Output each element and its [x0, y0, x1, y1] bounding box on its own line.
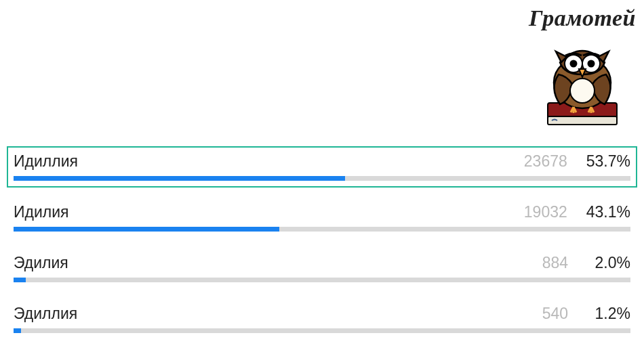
svg-point-7	[588, 60, 595, 68]
option-count: 23678	[520, 152, 567, 172]
svg-point-3	[570, 79, 595, 103]
result-row[interactable]: Идиллия 23678 53.7%	[7, 146, 637, 188]
option-label: Эдилия	[14, 253, 521, 274]
result-row[interactable]: Эдилия 884 2.0%	[7, 248, 637, 289]
svg-rect-1	[548, 116, 617, 125]
result-row[interactable]: Эдиллия 540 1.2%	[7, 299, 637, 340]
option-label: Эдиллия	[14, 304, 521, 324]
option-label: Идиллия	[14, 152, 520, 172]
bar-fill	[14, 176, 345, 181]
result-row[interactable]: Идилия 19032 43.1%	[7, 197, 637, 238]
option-percent: 53.7%	[586, 152, 630, 172]
bar-track	[14, 328, 630, 333]
option-label: Идилия	[14, 202, 520, 223]
svg-point-6	[570, 60, 578, 68]
option-percent: 1.2%	[587, 304, 630, 324]
bar-fill	[14, 328, 21, 333]
bar-fill	[14, 278, 26, 282]
brand-title: Грамотей	[529, 5, 636, 31]
option-percent: 2.0%	[587, 253, 630, 274]
bar-track	[14, 227, 630, 232]
option-count: 884	[521, 253, 568, 274]
bar-fill	[14, 227, 279, 232]
option-percent: 43.1%	[586, 202, 630, 223]
option-count: 19032	[520, 202, 567, 223]
owl-on-book-icon	[529, 32, 636, 127]
poll-results: Идиллия 23678 53.7% Идилия 19032 43.1% Э…	[7, 146, 637, 349]
bar-track	[14, 278, 630, 282]
bar-track	[14, 176, 630, 181]
option-count: 540	[521, 304, 568, 324]
header: Грамотей	[529, 5, 636, 127]
